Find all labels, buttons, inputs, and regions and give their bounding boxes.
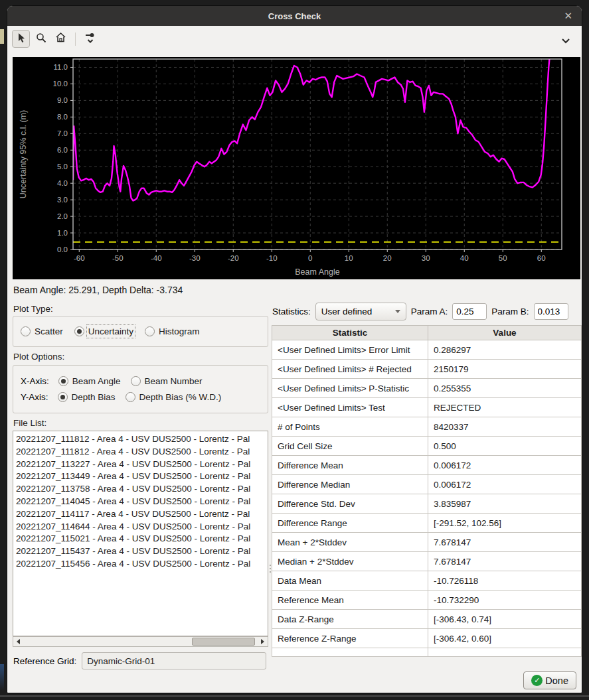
splitter-handle[interactable] — [270, 565, 271, 566]
file-list-item[interactable]: 20221207_115437 - Area 4 - USV DUS2500 -… — [16, 545, 268, 558]
svg-text:1.0: 1.0 — [57, 229, 68, 237]
uncertainty-plot-figure: -60-50-40-30-20-1001020304050600.01.02.0… — [13, 57, 580, 279]
file-list-item[interactable]: 20221207_114117 - Area 4 - USV DUS2500 -… — [16, 508, 268, 521]
table-row[interactable]: Reference Z-Range[-306.42, 0.60] — [272, 629, 582, 648]
plot-config-button[interactable] — [81, 30, 99, 48]
param-b-field[interactable] — [534, 303, 568, 320]
scrollbar-thumb[interactable] — [192, 638, 255, 646]
svg-text:Beam Angle: Beam Angle — [295, 267, 339, 277]
param-a-field[interactable] — [452, 303, 487, 320]
reference-grid-field[interactable] — [82, 652, 266, 669]
value-cell: 3.835987 — [428, 494, 582, 514]
file-list-item[interactable]: 20221207_114045 - Area 4 - USV DUS2500 -… — [16, 496, 268, 508]
file-list-item[interactable]: 20221207_111812 - Area 4 - USV DUS2500 -… — [16, 446, 268, 458]
toolbar-expander-button[interactable] — [561, 35, 570, 46]
table-row[interactable]: Difference Mean0.006172 — [272, 456, 582, 475]
value-column-header[interactable]: Value — [428, 326, 582, 340]
right-triangle-icon — [261, 639, 264, 644]
window-title: Cross Check — [268, 11, 321, 21]
statistics-label: Statistics: — [272, 307, 311, 316]
svg-text:10.0: 10.0 — [53, 80, 68, 88]
file-list-item[interactable]: 20221207_113227 - Area 4 - USV DUS2500 -… — [16, 458, 268, 471]
titlebar[interactable]: Cross Check ✕ — [7, 6, 582, 26]
radio-x-axis-beam-number[interactable]: Beam Number — [131, 376, 203, 386]
table-row[interactable]: Difference Std. Dev3.835987 — [272, 494, 582, 514]
zoom-tool-button[interactable] — [32, 30, 50, 48]
close-icon[interactable]: ✕ — [564, 10, 572, 22]
chevron-down-icon — [395, 310, 400, 313]
statistic-cell: <User Defined Limits> Error Limit — [272, 340, 428, 360]
radio-circle-icon — [74, 326, 84, 336]
background-window-fragment — [0, 29, 4, 44]
statistics-dropdown[interactable]: User defined — [315, 303, 406, 320]
table-row[interactable]: <User Defined Limits> P-Statistic0.25535… — [272, 379, 582, 398]
table-row[interactable]: Data Mean-10.726118 — [272, 571, 582, 591]
statistic-cell: # of Points — [272, 417, 428, 437]
scroll-right-arrow[interactable] — [258, 637, 268, 646]
file-list-item[interactable]: 20221207_115021 - Area 4 - USV DUS2500 -… — [16, 533, 268, 545]
table-row[interactable]: # of Points8420337 — [272, 417, 582, 437]
param-a-label: Param A: — [411, 307, 448, 316]
plot-config-icon — [84, 31, 96, 47]
table-row[interactable]: Data Z-Range[-306.43, 0.74] — [272, 610, 582, 629]
y-axis-label: Y-Axis: — [21, 392, 48, 402]
done-button[interactable]: ✓ Done — [523, 671, 576, 689]
radio-plot-type-scatter[interactable]: Scatter — [21, 326, 63, 336]
toolbar-separator — [75, 33, 76, 46]
radio-plot-type-uncertainty[interactable]: Uncertainty — [74, 326, 133, 336]
plot-options-label: Plot Options: — [13, 352, 64, 362]
svg-text:-30: -30 — [189, 254, 201, 262]
scroll-left-arrow[interactable] — [13, 637, 23, 646]
svg-text:-40: -40 — [151, 254, 162, 262]
radio-y-axis-depth-bias-w-d[interactable]: Depth Bias (% W.D.) — [126, 392, 222, 402]
scrollbar-track[interactable] — [23, 637, 258, 646]
table-row[interactable]: Median + 2*Stddev7.678147 — [272, 552, 582, 571]
file-list-item[interactable]: 20221207_113758 - Area 4 - USV DUS2500 -… — [16, 483, 268, 496]
table-row[interactable]: <User Defined Limits> Error Limit0.28629… — [272, 340, 582, 360]
table-filler-row — [272, 648, 582, 657]
table-row[interactable]: Difference Range[-291.52, 102.56] — [272, 514, 582, 533]
table-row[interactable]: Grid Cell Size0.500 — [272, 437, 582, 456]
table-row[interactable]: <User Defined Limits> TestREJECTED — [272, 398, 582, 417]
table-row[interactable]: Difference Median0.006172 — [272, 475, 582, 494]
statistic-cell: Difference Range — [272, 514, 428, 533]
file-list[interactable]: 20221207_111812 - Area 4 - USV DUS2500 -… — [13, 431, 268, 636]
reference-grid-label: Reference Grid: — [13, 656, 76, 666]
plot-toolbar — [7, 26, 582, 57]
svg-text:30: 30 — [422, 254, 430, 262]
file-list-horizontal-scrollbar[interactable] — [13, 636, 268, 647]
radio-circle-icon — [58, 376, 68, 386]
radio-y-axis-depth-bias[interactable]: Depth Bias — [58, 392, 116, 402]
statistic-cell: <User Defined Limits> P-Statistic — [272, 379, 428, 398]
file-list-label: File List: — [13, 418, 46, 428]
table-row[interactable]: <User Defined Limits> # Rejected2150179 — [272, 360, 582, 379]
svg-text:50: 50 — [499, 254, 507, 262]
file-list-item[interactable]: 20221207_113449 - Area 4 - USV DUS2500 -… — [16, 470, 268, 483]
radio-circle-icon — [58, 392, 68, 402]
value-cell: REJECTED — [428, 398, 582, 417]
svg-text:4.0: 4.0 — [57, 179, 68, 187]
svg-text:-20: -20 — [228, 254, 239, 262]
radio-circle-icon — [21, 326, 31, 336]
value-cell: -10.732290 — [428, 591, 582, 610]
file-list-item[interactable]: 20221207_111812 - Area 4 - USV DUS2500 -… — [16, 433, 268, 446]
file-list-item[interactable]: 20221207_115456 - Area 4 - USV DUS2500 -… — [16, 558, 268, 571]
radio-x-axis-beam-angle[interactable]: Beam Angle — [58, 376, 121, 386]
statistic-column-header[interactable]: Statistic — [272, 326, 428, 340]
uncertainty-plot[interactable]: -60-50-40-30-20-1001020304050600.01.02.0… — [13, 57, 580, 279]
done-button-label: Done — [545, 675, 568, 686]
value-cell: 0.006172 — [428, 456, 582, 475]
param-b-label: Param B: — [491, 307, 529, 316]
svg-text:0: 0 — [308, 254, 312, 262]
home-view-button[interactable] — [52, 30, 70, 48]
radio-label: Scatter — [35, 326, 63, 336]
pointer-tool-button[interactable] — [12, 30, 30, 48]
table-row[interactable]: Mean + 2*Stddev7.678147 — [272, 533, 582, 552]
svg-text:20: 20 — [383, 254, 392, 262]
radio-plot-type-histogram[interactable]: Histogram — [145, 326, 200, 336]
svg-text:3.0: 3.0 — [57, 196, 68, 204]
file-list-item[interactable]: 20221207_114644 - Area 4 - USV DUS2500 -… — [16, 521, 268, 533]
svg-text:8.0: 8.0 — [57, 113, 68, 121]
svg-text:Uncertainty 95% c.l. (m): Uncertainty 95% c.l. (m) — [19, 110, 28, 198]
table-row[interactable]: Reference Mean-10.732290 — [272, 591, 582, 610]
